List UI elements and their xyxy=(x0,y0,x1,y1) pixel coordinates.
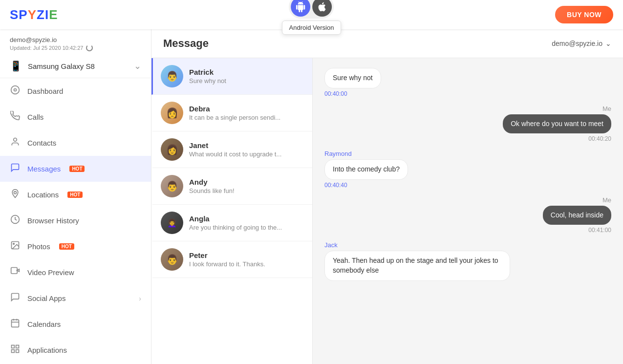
sidebar-item-video-preview[interactable]: Video Preview xyxy=(0,259,151,285)
sidebar-item-browser-history[interactable]: Browser History xyxy=(0,208,151,234)
sidebar-item-calls[interactable]: Calls xyxy=(0,104,151,130)
message-4: Me Cool, head inside 00:41:00 xyxy=(324,196,611,234)
message-1: Sure why not 00:40:00 xyxy=(324,68,611,97)
sidebar-item-photos[interactable]: Photos HOT xyxy=(0,234,151,259)
message-5: Jack Yeah. Then head up on the stage and… xyxy=(324,241,611,280)
main-area: Message demo@spyzie.io ⌄ 👨 Patrick Sure … xyxy=(151,29,623,364)
user-email: demo@spyzie.io xyxy=(10,36,141,43)
message-area: 👨 Patrick Sure why not 👩 Debra It can be… xyxy=(151,58,623,364)
sidebar-item-calendars[interactable]: Calendars xyxy=(0,311,151,337)
main-header: Message demo@spyzie.io ⌄ xyxy=(151,29,623,58)
chat-panel: Sure why not 00:40:00 Me Ok where do you… xyxy=(313,58,623,364)
contact-info-debra: Debra It can be a single person sendi... xyxy=(189,105,304,121)
contacts-icon xyxy=(10,137,21,149)
contact-name-janet: Janet xyxy=(189,141,304,150)
contact-info-angla: Angla Are you thinking of going to the..… xyxy=(189,214,304,231)
header: SPYZIE Android Version BUY NOW xyxy=(0,0,623,29)
user-updated: Updated: Jul 25 2020 10:42:27 xyxy=(10,44,141,51)
locations-label: Locations xyxy=(27,191,59,199)
svg-rect-16 xyxy=(16,350,19,353)
sidebar: demo@spyzie.io Updated: Jul 25 2020 10:4… xyxy=(0,29,151,364)
calls-label: Calls xyxy=(27,113,43,121)
message-3: Raymond Into the comedy club? 00:40:40 xyxy=(324,150,611,189)
dashboard-icon xyxy=(10,85,21,97)
calendars-label: Calendars xyxy=(27,320,61,328)
bubble-4: Cool, head inside xyxy=(543,206,611,225)
ios-tab[interactable] xyxy=(313,0,332,17)
messages-hot-badge: HOT xyxy=(69,166,85,172)
svg-point-3 xyxy=(14,192,17,194)
contact-name-andy: Andy xyxy=(189,178,304,186)
platform-tabs xyxy=(289,0,334,19)
contact-preview-patrick: Sure why not xyxy=(189,77,304,85)
sidebar-item-applications[interactable]: Applications xyxy=(0,337,151,363)
contact-item-janet[interactable]: 👩 Janet What would it cost to upgrade t.… xyxy=(151,131,312,168)
device-dropdown-icon: ⌄ xyxy=(134,61,141,71)
contact-preview-debra: It can be a single person sendi... xyxy=(189,114,304,121)
page-title: Message xyxy=(163,37,209,50)
layout: demo@spyzie.io Updated: Jul 25 2020 10:4… xyxy=(0,0,623,364)
contact-item-angla[interactable]: 👩‍🦱 Angla Are you thinking of going to t… xyxy=(151,205,312,241)
messages-label: Messages xyxy=(27,165,61,173)
browser-history-icon xyxy=(10,214,21,227)
buy-now-button[interactable]: BUY NOW xyxy=(555,6,613,23)
contact-item-patrick[interactable]: 👨 Patrick Sure why not xyxy=(151,58,312,95)
message-2: Me Ok where do you want to meet 00:40:20 xyxy=(324,105,611,143)
svg-rect-7 xyxy=(11,268,18,274)
me-label-2: Me xyxy=(602,105,611,112)
contact-info-janet: Janet What would it cost to upgrade t... xyxy=(189,141,304,158)
contacts-label: Contacts xyxy=(27,139,56,147)
sidebar-item-dashboard[interactable]: Dashboard xyxy=(0,78,151,104)
account-dropdown[interactable]: demo@spyzie.io ⌄ xyxy=(552,40,611,47)
social-apps-icon xyxy=(10,292,21,304)
calendars-icon xyxy=(10,318,21,330)
contact-preview-andy: Sounds like fun! xyxy=(189,187,304,194)
sidebar-item-messages[interactable]: Messages HOT xyxy=(0,156,151,182)
sidebar-item-social-apps[interactable]: Social Apps › xyxy=(0,285,151,311)
contact-item-peter[interactable]: 👨 Peter I look forward to it. Thanks. xyxy=(151,241,312,278)
social-apps-arrow: › xyxy=(139,295,141,302)
device-name: Samsung Galaxy S8 xyxy=(28,62,95,70)
contact-list: 👨 Patrick Sure why not 👩 Debra It can be… xyxy=(151,58,313,364)
msg-time-3: 00:40:40 xyxy=(324,182,347,189)
contact-name-patrick: Patrick xyxy=(189,68,304,76)
logo: SPYZIE xyxy=(10,7,58,22)
contact-name-angla: Angla xyxy=(189,214,304,223)
bubble-2: Ok where do you want to meet xyxy=(503,114,611,134)
platform-tooltip: Android Version xyxy=(282,21,342,35)
contact-name-peter: Peter xyxy=(189,251,304,259)
applications-icon xyxy=(10,344,21,356)
android-tab[interactable] xyxy=(291,0,311,17)
avatar-janet: 👩 xyxy=(161,138,183,161)
browser-history-label: Browser History xyxy=(27,216,79,225)
contact-preview-janet: What would it cost to upgrade t... xyxy=(189,150,304,158)
svg-rect-14 xyxy=(16,345,19,348)
user-info: demo@spyzie.io Updated: Jul 25 2020 10:4… xyxy=(0,29,151,54)
sidebar-item-locations[interactable]: Locations HOT xyxy=(0,182,151,208)
photos-icon xyxy=(10,240,21,253)
contact-info-peter: Peter I look forward to it. Thanks. xyxy=(189,251,304,268)
contact-item-debra[interactable]: 👩 Debra It can be a single person sendi.… xyxy=(151,95,312,131)
contact-info-patrick: Patrick Sure why not xyxy=(189,68,304,85)
msg-time-2: 00:40:20 xyxy=(588,135,611,142)
avatar-peter: 👨 xyxy=(161,248,183,271)
avatar-andy: 👨 xyxy=(161,175,183,197)
sidebar-item-contacts[interactable]: Contacts xyxy=(0,130,151,156)
applications-label: Applications xyxy=(27,346,67,354)
sender-jack: Jack xyxy=(324,241,338,249)
device-selector[interactable]: 📱 Samsung Galaxy S8 ⌄ xyxy=(0,54,151,78)
svg-rect-15 xyxy=(12,350,15,353)
photos-hot-badge: HOT xyxy=(59,243,74,250)
refresh-icon[interactable] xyxy=(86,44,93,51)
photos-label: Photos xyxy=(27,242,50,251)
svg-point-6 xyxy=(13,243,14,245)
msg-time-4: 00:41:00 xyxy=(588,227,611,234)
account-email: demo@spyzie.io xyxy=(552,40,602,47)
contact-item-andy[interactable]: 👨 Andy Sounds like fun! xyxy=(151,168,312,205)
logo-text: SPYZIE xyxy=(10,7,58,22)
bubble-1: Sure why not xyxy=(324,68,381,88)
contact-preview-peter: I look forward to it. Thanks. xyxy=(189,260,304,268)
svg-rect-9 xyxy=(12,320,19,327)
svg-rect-13 xyxy=(12,345,15,348)
platform-selector: Android Version xyxy=(282,0,342,35)
